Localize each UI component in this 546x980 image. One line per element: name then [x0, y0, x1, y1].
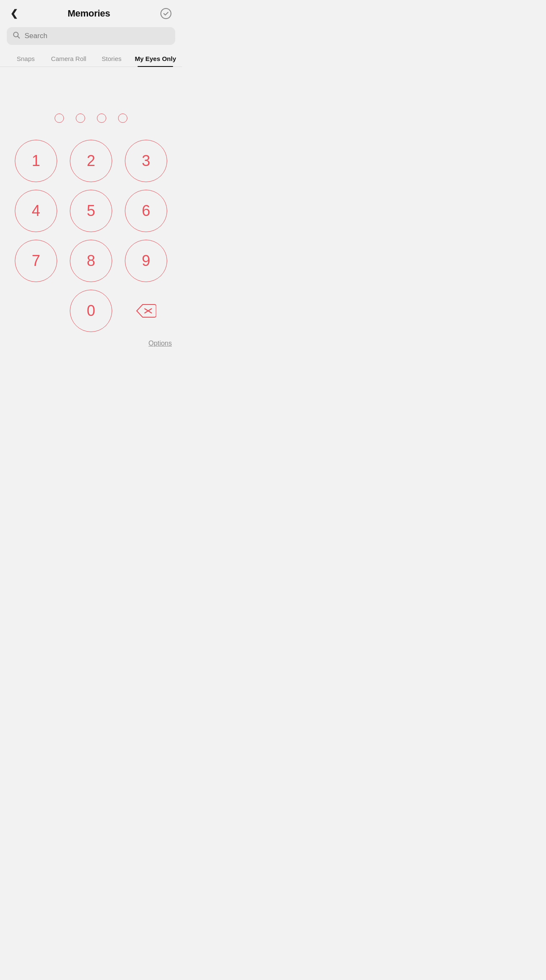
passcode-dot-1 [55, 114, 64, 123]
svg-line-2 [18, 36, 20, 39]
search-icon [13, 31, 20, 41]
key-0-button[interactable]: 0 [70, 290, 112, 332]
delete-button[interactable] [125, 290, 167, 332]
passcode-dot-4 [118, 114, 127, 123]
key-7-button[interactable]: 7 [15, 240, 57, 282]
search-bar[interactable] [7, 27, 175, 45]
key-2-button[interactable]: 2 [70, 140, 112, 182]
keypad: 1 2 3 4 5 6 7 8 9 0 [0, 140, 182, 332]
keypad-row-2: 4 5 6 [13, 190, 169, 232]
passcode-area: 1 2 3 4 5 6 7 8 9 0 [0, 88, 182, 352]
passcode-dot-2 [76, 114, 85, 123]
key-spacer [15, 290, 57, 332]
keypad-row-4: 0 [13, 290, 169, 332]
key-6-button[interactable]: 6 [125, 190, 167, 232]
header: ❮ Memories [0, 0, 182, 25]
tab-camera-roll[interactable]: Camera Roll [47, 51, 90, 66]
key-5-button[interactable]: 5 [70, 190, 112, 232]
svg-point-0 [161, 8, 171, 19]
keypad-row-1: 1 2 3 [13, 140, 169, 182]
options-row: Options [0, 332, 182, 352]
tab-stories[interactable]: Stories [90, 51, 133, 66]
passcode-dots [55, 114, 127, 123]
tab-snaps[interactable]: Snaps [4, 51, 47, 66]
key-1-button[interactable]: 1 [15, 140, 57, 182]
options-button[interactable]: Options [149, 340, 172, 347]
keypad-row-3: 7 8 9 [13, 240, 169, 282]
passcode-dot-3 [97, 114, 106, 123]
tab-my-eyes-only[interactable]: My Eyes Only [133, 51, 178, 66]
key-4-button[interactable]: 4 [15, 190, 57, 232]
check-icon[interactable] [160, 8, 172, 19]
key-9-button[interactable]: 9 [125, 240, 167, 282]
page-title: Memories [68, 8, 110, 19]
search-input[interactable] [25, 32, 169, 40]
key-3-button[interactable]: 3 [125, 140, 167, 182]
key-8-button[interactable]: 8 [70, 240, 112, 282]
tab-bar: Snaps Camera Roll Stories My Eyes Only [0, 51, 182, 67]
back-chevron-icon[interactable]: ❮ [10, 8, 18, 19]
